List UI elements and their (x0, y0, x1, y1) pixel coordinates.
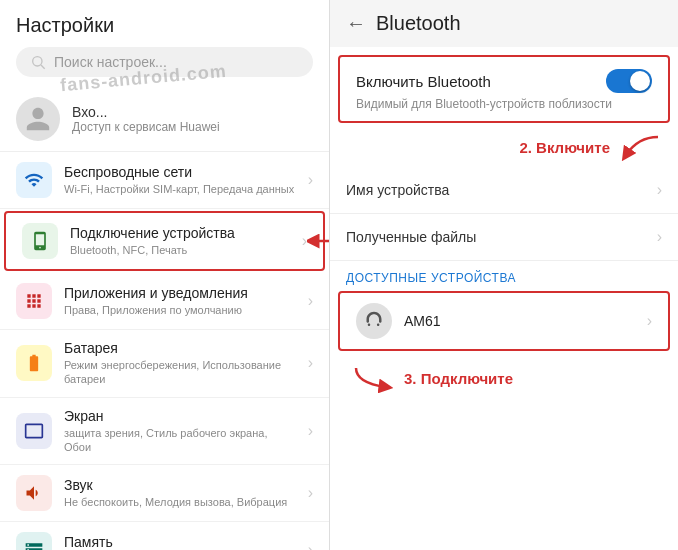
apps-desc: Права, Приложения по умолчанию (64, 303, 296, 317)
device-connection-icon (22, 223, 58, 259)
bluetooth-right-panel: ← Bluetooth Включить Bluetooth Видимый д… (330, 0, 678, 550)
apps-icon (16, 283, 52, 319)
battery-desc: Режим энергосбережения, Использование ба… (64, 358, 296, 387)
wifi-name: Беспроводные сети (64, 164, 296, 180)
wifi-text: Беспроводные сети Wi-Fi, Настройки SIM-к… (64, 164, 296, 196)
sound-chevron: › (308, 484, 313, 502)
settings-list: Беспроводные сети Wi-Fi, Настройки SIM-к… (0, 152, 329, 550)
display-text: Экран защита зрения, Стиль рабочего экра… (64, 408, 296, 455)
search-box[interactable]: Поиск настроек... (16, 47, 313, 77)
settings-item-device[interactable]: Подключение устройства Bluetooth, NFC, П… (4, 211, 325, 271)
display-name: Экран (64, 408, 296, 424)
battery-name: Батарея (64, 340, 296, 356)
display-desc: защита зрения, Стиль рабочего экрана, Об… (64, 426, 296, 455)
received-files-row[interactable]: Полученные файлы › (330, 214, 678, 261)
svg-point-0 (33, 57, 42, 66)
settings-item-wifi[interactable]: Беспроводные сети Wi-Fi, Настройки SIM-к… (0, 152, 329, 209)
device-name-chevron: › (657, 181, 662, 199)
device-name-label: Подключение устройства (70, 225, 290, 241)
settings-item-apps[interactable]: Приложения и уведомления Права, Приложен… (0, 273, 329, 330)
storage-icon (16, 532, 52, 550)
device-desc: Bluetooth, NFC, Печать (70, 243, 290, 257)
sound-text: Звук Не беспокоить, Мелодия вызова, Вибр… (64, 477, 296, 509)
bluetooth-toggle[interactable] (606, 69, 652, 93)
bluetooth-enable-section: Включить Bluetooth Видимый для Bluetooth… (338, 55, 670, 123)
storage-name: Память (64, 534, 296, 550)
left-header: Настройки Поиск настроек... (0, 0, 329, 87)
back-button[interactable]: ← (346, 12, 366, 35)
am61-chevron: › (647, 312, 652, 330)
wifi-chevron: › (308, 171, 313, 189)
avatar (16, 97, 60, 141)
search-icon (30, 54, 46, 70)
device-name-row[interactable]: Имя устройства › (330, 167, 678, 214)
settings-item-battery[interactable]: Батарея Режим энергосбережения, Использо… (0, 330, 329, 398)
open-arrow-svg (307, 229, 329, 253)
device-am61-row[interactable]: AM61 › (338, 291, 670, 351)
connect-annotation-row: 3. Подключите (330, 359, 678, 393)
settings-title: Настройки (16, 14, 313, 37)
bluetooth-content: Включить Bluetooth Видимый для Bluetooth… (330, 47, 678, 550)
storage-chevron: › (308, 541, 313, 550)
battery-icon (16, 345, 52, 381)
headphones-icon (356, 303, 392, 339)
received-files-label: Полученные файлы (346, 229, 657, 245)
device-text: Подключение устройства Bluetooth, NFC, П… (70, 225, 290, 257)
settings-item-sound[interactable]: Звук Не беспокоить, Мелодия вызова, Вибр… (0, 465, 329, 522)
bluetooth-enable-row[interactable]: Включить Bluetooth (340, 57, 668, 97)
am61-device-name: AM61 (404, 313, 635, 329)
right-header: ← Bluetooth (330, 0, 678, 47)
bluetooth-visible-text: Видимый для Bluetooth-устройств поблизос… (340, 97, 668, 121)
svg-line-1 (41, 65, 45, 69)
apps-chevron: › (308, 292, 313, 310)
right-title: Bluetooth (376, 12, 461, 35)
available-section-header: ДОСТУПНЫЕ УСТРОЙСТВА (330, 261, 678, 291)
apps-name: Приложения и уведомления (64, 285, 296, 301)
sound-name: Звук (64, 477, 296, 493)
device-chevron: › (302, 232, 307, 250)
profile-subtitle: Доступ к сервисам Huawei (72, 120, 220, 134)
connect-annotation-label: 3. Подключите (404, 370, 513, 387)
device-name-row-label: Имя устройства (346, 182, 657, 198)
profile-name: Вхо... (72, 104, 220, 120)
apps-text: Приложения и уведомления Права, Приложен… (64, 285, 296, 317)
enable-annotation-label: 2. Включите (519, 139, 610, 156)
settings-item-storage[interactable]: Память Память, Очистка памяти › (0, 522, 329, 550)
search-placeholder: Поиск настроек... (54, 54, 167, 70)
toggle-knob (630, 71, 650, 91)
display-icon (16, 413, 52, 449)
settings-item-display[interactable]: Экран защита зрения, Стиль рабочего экра… (0, 398, 329, 466)
settings-left-panel: Настройки Поиск настроек... Вхо... Досту… (0, 0, 330, 550)
enable-annotation-row: 2. Включите (330, 131, 678, 167)
bluetooth-enable-label: Включить Bluetooth (356, 73, 491, 90)
profile-text: Вхо... Доступ к сервисам Huawei (72, 104, 220, 134)
battery-chevron: › (308, 354, 313, 372)
profile-row[interactable]: Вхо... Доступ к сервисам Huawei (0, 87, 329, 152)
display-chevron: › (308, 422, 313, 440)
enable-arrow-svg (618, 133, 662, 161)
wifi-desc: Wi-Fi, Настройки SIM-карт, Передача данн… (64, 182, 296, 196)
sound-icon (16, 475, 52, 511)
battery-text: Батарея Режим энергосбережения, Использо… (64, 340, 296, 387)
storage-text: Память Память, Очистка памяти (64, 534, 296, 550)
sound-desc: Не беспокоить, Мелодия вызова, Вибрация (64, 495, 296, 509)
connect-arrow-svg (346, 363, 396, 393)
received-files-chevron: › (657, 228, 662, 246)
wifi-icon (16, 162, 52, 198)
